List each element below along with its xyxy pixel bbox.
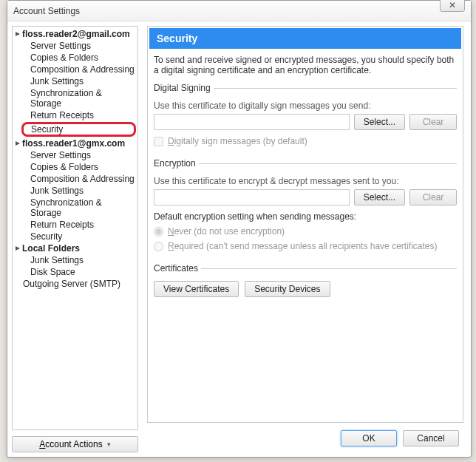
account-name-label: floss.reader1@gmx.com (22, 138, 125, 149)
account-actions-button[interactable]: Account Actions ▾ (12, 436, 138, 452)
tree-leaf[interactable]: Server Settings (13, 149, 137, 161)
tree-leaf[interactable]: Security (21, 122, 136, 137)
account-node[interactable]: floss.reader1@gmx.com (13, 137, 137, 149)
window-title: Account Settings (13, 6, 80, 16)
encryption-clear-button[interactable]: Clear (409, 189, 457, 205)
digital-signing-group: Digital Signing Use this certificate to … (154, 83, 457, 154)
expand-icon (15, 31, 21, 37)
view-certificates-button[interactable]: View Certificates (154, 281, 239, 297)
tree-leaf[interactable]: Return Receipts (13, 109, 137, 121)
account-name-label: Local Folders (22, 243, 80, 254)
never-encrypt-row: Never (do not use encryption) (154, 226, 457, 237)
digital-signing-desc: Use this certificate to digitally sign m… (154, 101, 457, 111)
certificates-legend: Certificates (154, 263, 201, 274)
tree-leaf[interactable]: Security (13, 231, 137, 242)
main-panel-area: Security To send and receive signed or e… (143, 21, 471, 457)
required-encrypt-row: Required (can't send message unless all … (154, 241, 457, 251)
titlebar: Account Settings ✕ (7, 1, 471, 21)
tree-leaf[interactable]: Junk Settings (13, 254, 137, 266)
certificates-group: Certificates View Certificates Security … (154, 263, 457, 305)
dialog-footer: OK Cancel (147, 423, 463, 449)
intro-text: To send and receive signed or encrypted … (154, 55, 457, 75)
tree-leaf[interactable]: Junk Settings (13, 75, 137, 87)
ok-button[interactable]: OK (341, 430, 397, 446)
signing-cert-input[interactable] (154, 114, 350, 130)
sidebar: floss.reader2@gmail.comServer SettingsCo… (7, 21, 143, 457)
encryption-select-button[interactable]: Select... (354, 189, 405, 205)
default-encryption-label: Default encryption setting when sending … (154, 211, 457, 222)
encryption-desc: Use this certificate to encrypt & decryp… (154, 176, 457, 186)
tree-leaf[interactable]: Junk Settings (13, 185, 137, 197)
encryption-legend: Encryption (154, 158, 199, 169)
expand-icon (15, 245, 21, 251)
account-tree[interactable]: floss.reader2@gmail.comServer SettingsCo… (12, 26, 138, 430)
encryption-cert-input[interactable] (154, 189, 350, 205)
required-encrypt-radio[interactable] (154, 242, 163, 251)
never-encrypt-radio[interactable] (154, 227, 163, 237)
tree-leaf[interactable]: Return Receipts (13, 219, 137, 231)
tree-leaf[interactable]: Synchronization & Storage (13, 87, 137, 109)
account-settings-dialog: Account Settings ✕ floss.reader2@gmail.c… (7, 0, 472, 458)
panel-title: Security (149, 28, 461, 49)
signing-clear-button[interactable]: Clear (409, 114, 457, 130)
tree-leaf[interactable]: Synchronization & Storage (13, 197, 137, 219)
digital-signing-legend: Digital Signing (154, 83, 214, 93)
account-node[interactable]: floss.reader2@gmail.com (13, 28, 137, 40)
chevron-down-icon: ▾ (107, 441, 111, 448)
digitally-sign-label: Digitally sign messages (by default) (168, 136, 307, 146)
close-icon: ✕ (449, 0, 456, 10)
never-encrypt-label: Never (do not use encryption) (168, 226, 285, 237)
panel-body: To send and receive signed or encrypted … (148, 50, 463, 315)
expand-icon (15, 140, 21, 146)
cancel-button[interactable]: Cancel (403, 430, 459, 446)
tree-leaf[interactable]: Copies & Folders (13, 161, 137, 173)
signing-select-button[interactable]: Select... (354, 114, 405, 130)
digitally-sign-checkbox-row: Digitally sign messages (by default) (154, 136, 457, 146)
account-name-label: floss.reader2@gmail.com (22, 29, 130, 39)
account-actions-label: Account Actions (39, 439, 102, 449)
tree-leaf[interactable]: Composition & Addressing (13, 173, 137, 185)
dialog-content: floss.reader2@gmail.comServer SettingsCo… (7, 21, 471, 457)
digitally-sign-checkbox[interactable] (154, 137, 163, 146)
tree-leaf[interactable]: Server Settings (13, 40, 137, 52)
required-encrypt-label: Required (can't send message unless all … (168, 241, 437, 251)
outgoing-server-node[interactable]: Outgoing Server (SMTP) (13, 278, 137, 290)
tree-leaf[interactable]: Copies & Folders (13, 52, 137, 64)
account-node[interactable]: Local Folders (13, 242, 137, 254)
security-devices-button[interactable]: Security Devices (245, 281, 330, 297)
close-button[interactable]: ✕ (440, 0, 465, 12)
security-panel: Security To send and receive signed or e… (147, 26, 463, 423)
tree-leaf[interactable]: Disk Space (13, 266, 137, 278)
encryption-group: Encryption Use this certificate to encry… (154, 158, 457, 259)
tree-leaf[interactable]: Composition & Addressing (13, 64, 137, 75)
